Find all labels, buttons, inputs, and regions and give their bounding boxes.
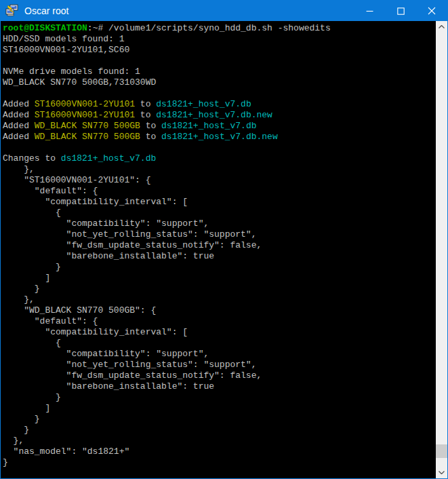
terminal-line: ST16000VN001-2YU101,SC60 [3,45,436,56]
minimize-button[interactable] [354,1,385,21]
terminal-line: { [3,208,436,218]
title-bar[interactable]: Oscar root [1,1,447,21]
terminal-line: }, [3,436,436,446]
terminal-line: "nas_model": "ds1821+" [3,446,436,457]
terminal-line: } [3,425,436,436]
maximize-icon [397,7,405,15]
terminal-line: Added ST16000VN001-2YU101 to ds1821+_hos… [3,99,436,110]
terminal-line [3,56,436,66]
putty-terminal-window: Oscar root root@DISKSTATION:~# /volume1 [0,0,448,479]
terminal-line: "not_yet_rolling_status": "support", [3,360,436,370]
terminal-line: HDD/SSD models found: 1 [3,34,436,45]
terminal-line: "compatibility": "support", [3,218,436,229]
terminal-line: WD_BLACK SN770 500GB,731030WD [3,77,436,88]
scroll-up-button[interactable] [436,21,447,33]
terminal-line: Added WD_BLACK SN770 500GB to ds1821+_ho… [3,121,436,132]
terminal-line: }, [3,294,436,305]
terminal-line: } [3,284,436,294]
terminal-line: "ST16000VN001-2YU101": { [3,175,436,186]
terminal-line: }, [3,164,436,175]
chevron-down-icon [439,471,445,474]
terminal-line: "not_yet_rolling_status": "support", [3,229,436,240]
terminal-line: "default": { [3,316,436,327]
chevron-up-icon [439,25,445,28]
window-title: Oscar root [24,5,354,16]
terminal-line [3,142,436,153]
terminal-line: "compatibility_interval": [ [3,327,436,338]
vertical-scrollbar[interactable] [436,21,447,478]
terminal-line: "barebone_installable": true [3,381,436,392]
terminal-line: "barebone_installable": true [3,251,436,262]
terminal-line: { [3,338,436,349]
terminal-body: root@DISKSTATION:~# /volume1/scripts/syn… [1,21,447,478]
terminal-line: ] [3,403,436,414]
terminal-line: "compatibility_interval": [ [3,197,436,208]
terminal-line: } [3,262,436,273]
terminal-output[interactable]: root@DISKSTATION:~# /volume1/scripts/syn… [1,21,436,478]
close-button[interactable] [416,1,447,21]
scrollbar-thumb[interactable] [436,444,447,458]
terminal-line: "fw_dsm_update_status_notify": false, [3,240,436,251]
terminal-line: "WD_BLACK SN770 500GB": { [3,305,436,316]
window-controls [354,1,447,21]
terminal-line [3,88,436,99]
terminal-line: Changes to ds1821+_host_v7.db [3,153,436,164]
terminal-line: "compatibility": "support", [3,349,436,360]
minimize-icon [366,7,373,15]
terminal-line: ] [3,273,436,284]
terminal-line: } [3,392,436,403]
terminal-line: "fw_dsm_update_status_notify": false, [3,370,436,381]
terminal-line: NVMe drive models found: 1 [3,66,436,77]
terminal-line: } [3,414,436,425]
close-icon [428,7,436,15]
terminal-line: "default": { [3,186,436,197]
terminal-line: Added WD_BLACK SN770 500GB to ds1821+_ho… [3,132,436,142]
scroll-down-button[interactable] [436,467,447,478]
putty-icon[interactable] [5,4,19,18]
maximize-button[interactable] [385,1,416,21]
terminal-line: } [3,457,436,468]
terminal-line: root@DISKSTATION:~# /volume1/scripts/syn… [3,23,436,34]
terminal-line: Added ST16000VN001-2YU101 to ds1821+_hos… [3,110,436,121]
